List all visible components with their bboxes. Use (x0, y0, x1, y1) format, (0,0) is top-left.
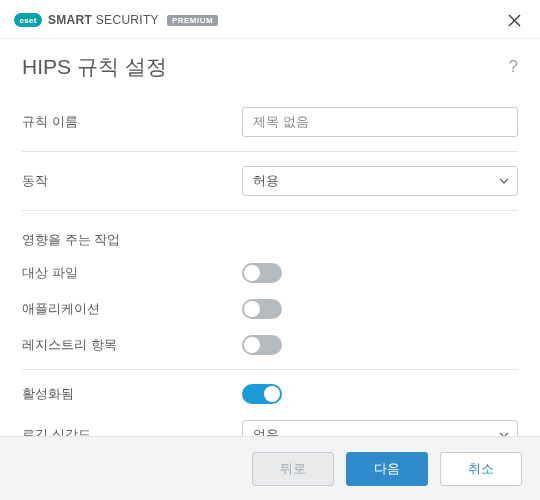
window-header: eset SMART SECURITY PREMIUM (0, 0, 540, 39)
action-select-value: 허용 (253, 172, 279, 190)
brand-badge: eset (14, 13, 42, 27)
title-row: HIPS 규칙 설정 ? (22, 53, 518, 81)
content-area: HIPS 규칙 설정 ? 규칙 이름 동작 허용 영향을 주는 작업 대상 파일… (0, 39, 540, 494)
row-rule-name: 규칙 이름 (22, 99, 518, 145)
brand-name: SMART SECURITY (48, 13, 159, 27)
divider (22, 210, 518, 211)
cancel-button[interactable]: 취소 (440, 452, 522, 486)
next-button[interactable]: 다음 (346, 452, 428, 486)
target-file-label: 대상 파일 (22, 264, 242, 282)
brand-badge-text: eset (19, 16, 36, 25)
applications-label: 애플리케이션 (22, 300, 242, 318)
rule-name-input[interactable] (242, 107, 518, 137)
help-button[interactable]: ? (509, 57, 518, 77)
row-action: 동작 허용 (22, 158, 518, 204)
registry-toggle[interactable] (242, 335, 282, 355)
enabled-label: 활성화됨 (22, 385, 242, 403)
back-button: 뒤로 (252, 452, 334, 486)
registry-label: 레지스트리 항목 (22, 336, 242, 354)
footer: 뒤로 다음 취소 (0, 436, 540, 500)
brand-name-rest: SECURITY (96, 13, 159, 27)
applications-toggle[interactable] (242, 299, 282, 319)
brand-logo: eset SMART SECURITY PREMIUM (14, 13, 218, 27)
row-registry: 레지스트리 항목 (22, 327, 518, 363)
row-applications: 애플리케이션 (22, 291, 518, 327)
premium-badge: PREMIUM (167, 15, 218, 26)
chevron-down-icon (499, 178, 509, 184)
enabled-toggle[interactable] (242, 384, 282, 404)
action-label: 동작 (22, 172, 242, 190)
row-enabled: 활성화됨 (22, 376, 518, 412)
close-icon (508, 14, 521, 27)
affecting-section-label: 영향을 주는 작업 (22, 217, 518, 255)
divider (22, 151, 518, 152)
rule-name-label: 규칙 이름 (22, 113, 242, 131)
brand-name-bold: SMART (48, 13, 92, 27)
row-target-file: 대상 파일 (22, 255, 518, 291)
page-title: HIPS 규칙 설정 (22, 53, 167, 81)
close-button[interactable] (502, 8, 526, 32)
divider (22, 369, 518, 370)
target-file-toggle[interactable] (242, 263, 282, 283)
action-select[interactable]: 허용 (242, 166, 518, 196)
